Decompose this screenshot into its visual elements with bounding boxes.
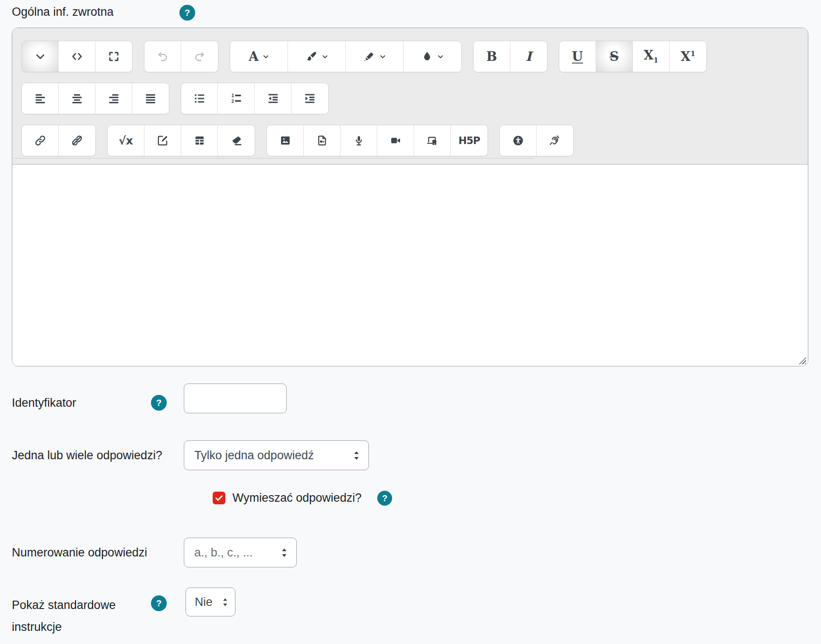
manage-files-button[interactable]: [414, 125, 451, 156]
undo-button[interactable]: [144, 41, 181, 72]
editor-toolbar: ABIUSX1X112√xH5P: [12, 28, 808, 165]
italic-icon: I: [526, 50, 532, 63]
video-camera-icon: [389, 134, 402, 147]
help-icon[interactable]: ?: [377, 491, 392, 506]
text-color-button[interactable]: [403, 41, 461, 72]
screenreader-helper-button[interactable]: [537, 125, 573, 156]
insert-table-button[interactable]: [181, 125, 218, 156]
toolbar-group: [144, 41, 218, 72]
ordered-list-button[interactable]: 12: [218, 83, 255, 114]
select-arrows-icon: [221, 597, 230, 608]
toolbar-row: ABIUSX1X1: [21, 41, 808, 72]
outdent-icon: [267, 92, 279, 105]
edit-button[interactable]: [144, 125, 181, 156]
single-or-multi-select[interactable]: Tylko jedna odpowiedź: [184, 440, 369, 470]
record-video-button[interactable]: [377, 125, 414, 156]
underline-icon: U: [572, 50, 583, 63]
check-icon: [214, 493, 224, 503]
highlighter-button[interactable]: [346, 41, 403, 72]
standard-instructions-select[interactable]: Nie: [186, 588, 235, 616]
align-left-icon: [34, 92, 46, 105]
fullscreen-icon: [108, 50, 120, 63]
standard-instructions-label: Pokaż standardowe instrukcje: [12, 594, 143, 638]
unordered-list-button[interactable]: [181, 83, 218, 114]
chevron-down-icon: [34, 50, 46, 63]
indent-button[interactable]: [291, 83, 328, 114]
select-arrows-icon: [351, 450, 361, 461]
redo-button[interactable]: [181, 41, 218, 72]
toolbar-toggle-button[interactable]: [22, 41, 59, 72]
bold-icon: B: [486, 50, 497, 63]
editor-content-area[interactable]: [12, 165, 808, 366]
align-right-button[interactable]: [95, 83, 132, 114]
media-file-icon: [316, 134, 328, 147]
general-feedback-label: Ogólna inf. zwrotna: [12, 1, 114, 23]
rich-text-editor: ABIUSX1X112√xH5P: [12, 28, 808, 366]
link-icon: [34, 134, 46, 147]
droplet-icon: [421, 50, 433, 63]
toolbar-group: USX1X1: [559, 41, 707, 72]
equation-editor-button[interactable]: √x: [108, 125, 144, 156]
shuffle-answers-checkbox[interactable]: [213, 492, 225, 504]
question-mark: ?: [382, 493, 387, 503]
unlink-button[interactable]: [59, 125, 95, 156]
toolbar-group: H5P: [267, 125, 488, 156]
superscript-button[interactable]: X1: [670, 41, 706, 72]
unlink-icon: [71, 134, 83, 147]
justify-button[interactable]: [132, 83, 169, 114]
record-audio-button[interactable]: [340, 125, 377, 156]
clear-formatting-button[interactable]: [218, 125, 255, 156]
h5p-button[interactable]: H5P: [451, 125, 488, 156]
bold-button[interactable]: B: [474, 41, 510, 72]
underline-button[interactable]: U: [559, 41, 596, 72]
font-family-button[interactable]: A: [230, 41, 288, 72]
highlighter-pen-icon: [363, 50, 375, 63]
italic-button[interactable]: I: [510, 41, 547, 72]
align-center-button[interactable]: [59, 83, 95, 114]
chevron-down-icon: [322, 53, 328, 60]
accessibility-checker-button[interactable]: [500, 125, 537, 156]
ordered-list-icon: 12: [230, 92, 242, 105]
strikethrough-button[interactable]: S: [596, 41, 633, 72]
numbering-select[interactable]: a., b., c., ...: [184, 538, 297, 567]
microphone-icon: [353, 134, 365, 147]
outdent-button[interactable]: [255, 83, 291, 114]
h5p-icon: H5P: [458, 136, 480, 146]
eraser-icon: [230, 134, 242, 147]
strikethrough-icon: S: [610, 50, 619, 63]
insert-media-button[interactable]: [304, 125, 340, 156]
align-left-button[interactable]: [22, 83, 59, 114]
format-painter-button[interactable]: [288, 41, 346, 72]
identifier-label: Identyfikator: [12, 392, 76, 414]
toolbar-group: [499, 125, 574, 156]
chevron-down-icon: [379, 53, 386, 60]
resize-handle-icon[interactable]: [799, 357, 806, 364]
ear-icon: [549, 134, 561, 147]
undo-icon: [157, 50, 169, 63]
justify-icon: [144, 92, 157, 105]
insert-link-button[interactable]: [22, 125, 59, 156]
help-icon[interactable]: ?: [151, 595, 167, 611]
identifier-input[interactable]: [184, 384, 287, 413]
svg-text:2: 2: [231, 99, 234, 104]
question-mark: ?: [156, 398, 162, 408]
indent-icon: [304, 92, 316, 105]
shuffle-answers-label: Wymieszać odpowiedzi?: [232, 487, 361, 509]
numbering-label: Numerowanie odpowiedzi: [12, 542, 147, 563]
subscript-button[interactable]: X1: [633, 41, 670, 72]
source-code-button[interactable]: [59, 41, 95, 72]
insert-image-button[interactable]: [267, 125, 304, 156]
help-icon[interactable]: ?: [179, 5, 195, 21]
unordered-list-icon: [193, 92, 206, 105]
help-icon[interactable]: ?: [151, 395, 167, 411]
select-value: Tylko jedna odpowiedź: [194, 449, 314, 462]
toolbar-group: [21, 125, 96, 156]
devices-icon: [426, 134, 439, 147]
table-icon: [193, 134, 206, 147]
single-or-multi-label: Jedna lub wiele odpowiedzi?: [12, 445, 162, 466]
redo-icon: [193, 50, 206, 63]
select-value: a., b., c., ...: [194, 546, 253, 560]
toolbar-group: √x: [107, 125, 255, 156]
image-icon: [279, 134, 291, 147]
fullscreen-button[interactable]: [95, 41, 132, 72]
